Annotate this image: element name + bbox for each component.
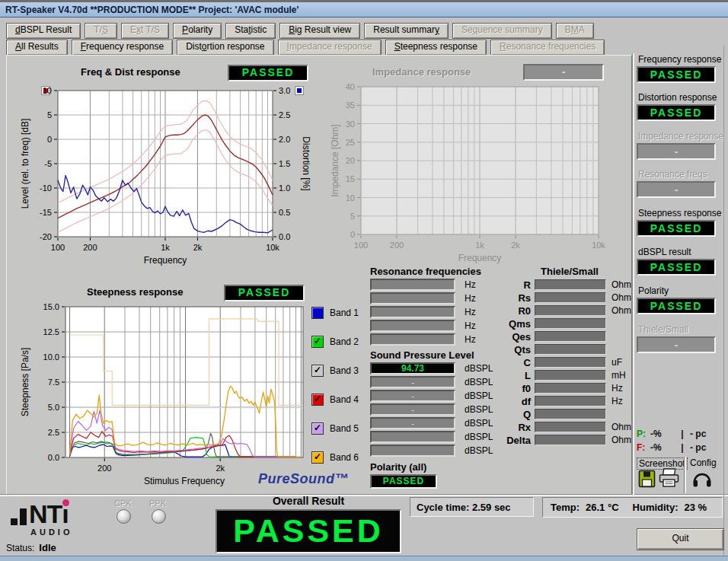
resonance-unit: Hz <box>465 334 476 345</box>
checkbox-band-2[interactable]: ✓ <box>311 336 324 348</box>
spl-row: -dBSPL <box>370 417 493 429</box>
thiele-value-q <box>535 409 606 419</box>
icon-divider <box>684 457 686 493</box>
puresound-logo: PureSound™ <box>258 471 349 487</box>
thiele-label-qes: Qes <box>479 331 535 343</box>
thiele-value-l <box>535 370 606 381</box>
title-bar: RT-Speaker V4.70d **PRODUCTION MODE** Pr… <box>0 2 728 18</box>
svg-text:2k: 2k <box>216 464 225 473</box>
thiele-value-r <box>535 279 606 290</box>
resonance-value-4 <box>370 320 455 332</box>
tab-frequency-response[interactable]: Frequency response <box>72 40 173 56</box>
svg-text:2.5: 2.5 <box>279 110 290 120</box>
svg-text:10k: 10k <box>266 243 279 252</box>
svg-text:30: 30 <box>346 120 355 129</box>
checkbox-band-4[interactable]: ✓ <box>311 394 324 406</box>
thiele-label-qts: Qts <box>479 344 535 355</box>
thiele-unit-r: Ohm <box>611 279 642 290</box>
config-label: Config <box>690 457 717 468</box>
checkbox-band-3[interactable]: ✓ <box>311 365 324 377</box>
resonance-section-title: Resonance frequencies <box>370 266 481 277</box>
tab-ext-t-s: Ext T/S <box>121 23 169 39</box>
sidebar-status-dbspl-result: PASSED <box>637 259 716 276</box>
resonance-value-3 <box>370 306 455 318</box>
svg-text:100: 100 <box>51 243 65 252</box>
status-value: Idle <box>39 542 56 553</box>
svg-text:2k: 2k <box>193 243 203 252</box>
svg-text:12.5: 12.5 <box>43 327 59 336</box>
legend-label-band-2: Band 2 <box>330 336 359 347</box>
tab-distortion-response[interactable]: Distortion response <box>177 40 273 56</box>
tab-result-summary[interactable]: Result summary <box>364 23 449 39</box>
legend-label-band-1: Band 1 <box>330 308 359 318</box>
sidebar-label-thiele-small: Thiele/Small <box>638 324 688 335</box>
thiele-small-title: Thiele/Small <box>541 266 599 277</box>
resonance-row: Hz <box>370 320 476 332</box>
thiele-row-delta: DeltaOhm <box>479 435 642 445</box>
thiele-value-qms <box>535 318 606 329</box>
ppk-led <box>152 509 166 524</box>
sidebar-label-frequency-response: Frequency response <box>638 54 721 65</box>
spl-value-4: - <box>370 403 455 416</box>
fail-counter-row: F:-%|- pc <box>637 442 722 453</box>
legend-item-band-2: ✓Band 2 <box>311 336 359 348</box>
svg-text:15.0: 15.0 <box>43 302 59 311</box>
svg-text:200: 200 <box>390 241 404 250</box>
thiele-label-f0: f0 <box>479 383 535 394</box>
resonance-unit: Hz <box>465 293 476 304</box>
thiele-row-qts: Qts <box>479 344 642 355</box>
resonance-row: Hz <box>370 279 476 291</box>
ppk-label: PPK <box>149 499 166 508</box>
tab-statistic[interactable]: Statistic <box>225 23 276 39</box>
resonance-row: Hz <box>370 333 476 346</box>
tab-steepness-response[interactable]: Steepness response <box>385 40 487 56</box>
thiele-value-qes <box>535 331 606 342</box>
spl-section-title: Sound Pressure Level <box>370 349 474 361</box>
nti-audio-logo: NTı AUDIO <box>11 498 110 537</box>
svg-text:25: 25 <box>346 138 355 147</box>
thiele-row-r0: R0Ohm <box>479 305 642 316</box>
tab-bma: BMA <box>556 23 594 39</box>
thiele-label-rx: Rx <box>479 422 535 433</box>
checkbox-band-5[interactable]: ✓ <box>311 422 324 435</box>
polarity-all-title: Polarity (all) <box>370 461 426 473</box>
spl-row: -dBSPL <box>370 376 493 388</box>
thiele-row-qes: Qes <box>479 331 642 342</box>
checkbox-band-1[interactable] <box>311 307 324 319</box>
tab-dbspl-result[interactable]: dBSPL Result <box>6 23 81 39</box>
cycle-time-box: Cycle time: 2.59 sec <box>410 497 534 517</box>
thiele-unit-f0: Hz <box>611 383 642 394</box>
svg-text:Frequency: Frequency <box>144 255 187 266</box>
svg-text:40: 40 <box>346 82 355 91</box>
sidebar-label-distortion-response: Distortion response <box>638 92 717 103</box>
thiele-label-df: df <box>479 396 535 407</box>
sidebar-status-polarity: PASSED <box>637 298 716 314</box>
svg-text:2k: 2k <box>511 241 520 250</box>
spl-value-1: 94.73 <box>370 362 455 375</box>
thiele-label-rs: Rs <box>479 292 535 304</box>
legend-item-band-6: ✓Band 6 <box>311 451 359 464</box>
resonance-row: Hz <box>370 292 476 304</box>
quit-button[interactable]: Quit <box>637 528 724 550</box>
checkbox-band-6[interactable]: ✓ <box>311 451 324 464</box>
rt-speaker-window: RT-Speaker V4.70d **PRODUCTION MODE** Pr… <box>0 0 728 561</box>
sidebar-label-polarity: Polarity <box>638 285 669 296</box>
legend-item-band-5: ✓Band 5 <box>311 422 359 435</box>
sidebar-status-steepness-response: PASSED <box>637 220 716 237</box>
svg-text:5: 5 <box>350 212 355 221</box>
tab-polarity[interactable]: Polarity <box>173 23 222 39</box>
svg-text:-10: -10 <box>40 183 52 193</box>
tab-all-results[interactable]: All Results <box>6 40 68 56</box>
resonance-unit: Hz <box>465 320 476 331</box>
thiele-label-delta: Delta <box>479 435 535 446</box>
right-edge <box>723 46 724 556</box>
humidity-label: Humidity: <box>633 502 679 513</box>
svg-text:0.0: 0.0 <box>48 453 59 462</box>
spl-row: dBSPL <box>370 431 493 443</box>
legend-item-band-1: Band 1 <box>311 307 359 319</box>
svg-text:0.5: 0.5 <box>279 208 290 217</box>
svg-text:0: 0 <box>47 135 52 144</box>
thiele-value-qts <box>535 344 606 355</box>
svg-text:20: 20 <box>346 156 355 165</box>
tab-big-result-view[interactable]: Big Result view <box>279 23 360 39</box>
